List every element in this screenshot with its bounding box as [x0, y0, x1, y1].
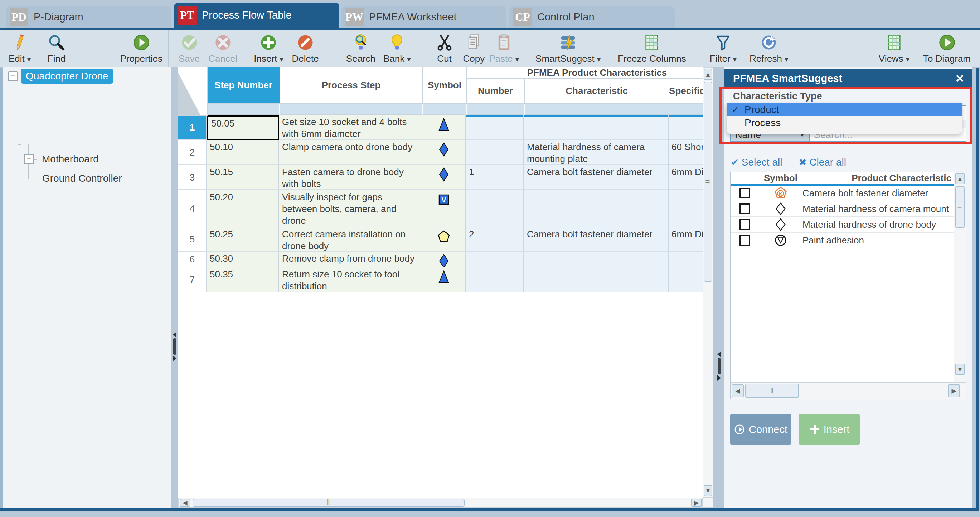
- cell-number[interactable]: [466, 190, 524, 227]
- select-all-corner[interactable]: [178, 67, 208, 116]
- list-hscrollbar[interactable]: ◀ ‖ ▶: [731, 382, 966, 399]
- scroll-left-button[interactable]: ◀: [180, 499, 191, 507]
- cell-step-number[interactable]: 50.30: [207, 252, 279, 268]
- cell-specification[interactable]: [668, 190, 703, 227]
- list-hscroll-thumb[interactable]: ‖: [745, 384, 799, 398]
- tree-splitter-handle[interactable]: [173, 332, 177, 361]
- suggestion-row[interactable]: Material hardness of camera mount: [731, 201, 953, 217]
- tree-item-motherboard[interactable]: +Motherboard: [24, 152, 104, 167]
- connect-button[interactable]: Connect: [730, 414, 791, 445]
- cell-specification[interactable]: [668, 268, 703, 292]
- cell-process-step[interactable]: Return size 10 socket to tool distributi…: [279, 268, 422, 292]
- toolbar-find-button[interactable]: Find: [47, 30, 66, 67]
- insert-button[interactable]: Insert: [799, 414, 860, 445]
- clear-all-link[interactable]: ✖ Clear all: [799, 157, 846, 168]
- row-checkbox[interactable]: [740, 188, 750, 198]
- cell-characteristic[interactable]: [524, 190, 668, 227]
- cell-characteristic[interactable]: Camera bolt fastener diameter: [524, 227, 668, 252]
- suggestion-row[interactable]: Material hardness of drone body: [731, 217, 953, 233]
- cell-process-step[interactable]: Visually inspect for gaps between bolts,…: [279, 190, 422, 227]
- cell-characteristic[interactable]: [524, 252, 668, 268]
- filter-cell-number[interactable]: [467, 104, 525, 115]
- list-scroll-left-button[interactable]: ◀: [732, 384, 744, 397]
- hscroll-thumb[interactable]: ‖: [192, 499, 465, 507]
- cell-specification[interactable]: 6mm Di: [668, 165, 703, 190]
- cell-symbol[interactable]: V: [422, 190, 466, 227]
- cell-characteristic[interactable]: Camera bolt fastener diameter: [524, 165, 668, 190]
- cell-symbol[interactable]: [422, 252, 466, 268]
- cell-specification[interactable]: [668, 115, 703, 140]
- toolbar-to-diagram-button[interactable]: To Diagram: [923, 30, 971, 67]
- list-vscrollbar[interactable]: ▲ = ▼: [953, 172, 966, 382]
- filter-cell-specification[interactable]: [669, 104, 703, 115]
- cell-symbol[interactable]: [422, 268, 466, 292]
- tree-item-quadcopter-drone[interactable]: −Quadcopter Drone: [8, 69, 113, 84]
- toolbar-edit-button[interactable]: Edit ▾: [9, 30, 31, 67]
- cell-step-number[interactable]: 50.05: [207, 115, 279, 140]
- tab-control-plan[interactable]: CP Control Plan: [509, 6, 675, 27]
- close-icon[interactable]: ✕: [955, 72, 964, 85]
- tab-pfmea-worksheet[interactable]: PW PFMEA Worksheet: [341, 6, 506, 27]
- table-hscrollbar[interactable]: ◀ ‖ ▶: [178, 498, 703, 508]
- cell-number[interactable]: [466, 140, 524, 165]
- tab-process-flow-table[interactable]: PT Process Flow Table: [174, 3, 339, 27]
- toolbar-delete-button[interactable]: Delete: [292, 30, 319, 67]
- cell-symbol[interactable]: [422, 140, 466, 165]
- row-number[interactable]: 3: [178, 165, 207, 190]
- cell-specification[interactable]: [668, 252, 703, 268]
- row-number[interactable]: 7: [178, 268, 207, 292]
- toolbar-views-button[interactable]: Views ▾: [879, 30, 910, 67]
- toolbar-refresh-button[interactable]: Refresh ▾: [749, 30, 788, 67]
- cell-process-step[interactable]: Clamp camera onto drone body: [279, 140, 422, 165]
- collapse-icon[interactable]: −: [8, 71, 18, 81]
- panel-splitter[interactable]: [714, 67, 724, 508]
- filter-cell-process[interactable]: [280, 104, 423, 115]
- tree-splitter[interactable]: [171, 67, 178, 508]
- cell-step-number[interactable]: 50.20: [207, 190, 279, 227]
- cell-number[interactable]: [466, 115, 524, 140]
- scroll-down-button[interactable]: ▼: [704, 485, 712, 496]
- row-number[interactable]: 4: [178, 190, 207, 227]
- list-scroll-up-button[interactable]: ▲: [955, 173, 965, 184]
- toolbar-cut-button[interactable]: Cut: [435, 30, 454, 67]
- filter-cell-symbol[interactable]: [423, 104, 467, 115]
- scroll-right-button[interactable]: ▶: [691, 499, 702, 507]
- dropdown-option-product[interactable]: ✓ Product: [727, 103, 962, 116]
- cell-process-step[interactable]: Remove clamp from drone body: [279, 252, 422, 268]
- list-scroll-down-button[interactable]: ▼: [955, 364, 965, 375]
- cell-characteristic[interactable]: Material hardness of camera mounting pla…: [524, 140, 668, 165]
- cell-symbol[interactable]: [422, 165, 466, 190]
- list-scroll-right-button[interactable]: ▶: [948, 384, 960, 397]
- column-header-step-number[interactable]: Step Number: [208, 67, 280, 104]
- tab-p-diagram[interactable]: PD P-Diagram: [6, 6, 171, 27]
- cell-step-number[interactable]: 50.15: [207, 165, 279, 190]
- cell-characteristic[interactable]: [524, 115, 668, 140]
- cell-number[interactable]: 1: [466, 165, 524, 190]
- row-number[interactable]: 1: [178, 115, 207, 140]
- panel-splitter-handle[interactable]: [717, 352, 721, 381]
- tree-item-ground-controller[interactable]: Ground Controller: [24, 171, 127, 186]
- scroll-up-button[interactable]: ▲: [704, 69, 712, 80]
- column-header-characteristic[interactable]: Characteristic: [525, 79, 669, 104]
- toolbar-properties-button[interactable]: Properties: [120, 30, 163, 67]
- vscroll-thumb[interactable]: =: [704, 81, 712, 282]
- cell-step-number[interactable]: 50.25: [207, 227, 279, 252]
- cell-number[interactable]: [466, 252, 524, 268]
- cell-number[interactable]: 2: [466, 227, 524, 252]
- row-number[interactable]: 6: [178, 252, 207, 268]
- list-vscroll-thumb[interactable]: =: [955, 186, 965, 228]
- cell-step-number[interactable]: 50.10: [207, 140, 279, 165]
- toolbar-insert-button[interactable]: Insert ▾: [254, 30, 283, 67]
- cell-step-number[interactable]: 50.35: [207, 268, 279, 292]
- cell-process-step[interactable]: Get size 10 socket and 4 bolts with 6mm …: [279, 115, 422, 140]
- cell-characteristic[interactable]: [524, 268, 668, 292]
- toolbar-copy-button[interactable]: Copy: [463, 30, 485, 67]
- cell-symbol[interactable]: [422, 227, 466, 252]
- suggestion-row[interactable]: K Camera bolt fastener diameter: [731, 186, 953, 201]
- filter-cell-characteristic[interactable]: [525, 104, 669, 115]
- expand-icon[interactable]: +: [24, 154, 34, 164]
- dropdown-option-process[interactable]: Process: [727, 116, 962, 129]
- row-checkbox[interactable]: [740, 219, 750, 230]
- column-header-process-step[interactable]: Process Step: [280, 67, 423, 104]
- toolbar-bank-button[interactable]: Bank ▾: [383, 30, 411, 67]
